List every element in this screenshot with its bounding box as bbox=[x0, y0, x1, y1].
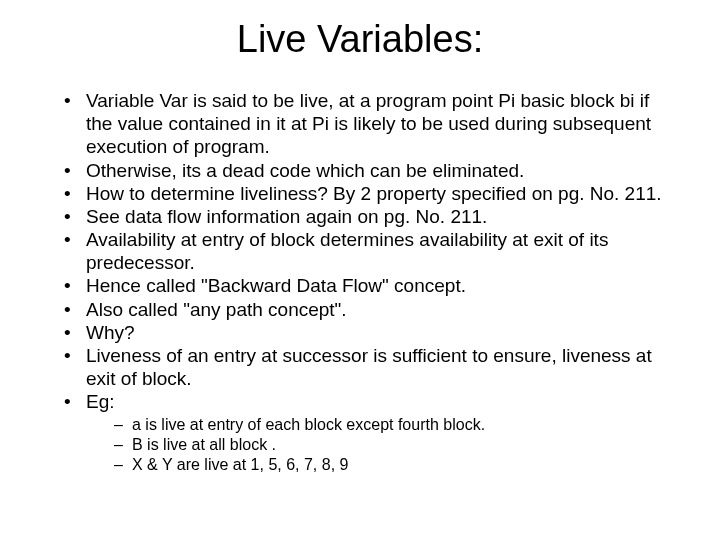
list-item: See data flow information again on pg. N… bbox=[64, 205, 680, 228]
list-item: How to determine liveliness? By 2 proper… bbox=[64, 182, 680, 205]
slide-title: Live Variables: bbox=[40, 18, 680, 61]
sub-bullet-list: a is live at entry of each block except … bbox=[86, 415, 680, 475]
list-item: Why? bbox=[64, 321, 680, 344]
list-item: Eg: a is live at entry of each block exc… bbox=[64, 390, 680, 475]
list-item: Variable Var is said to be live, at a pr… bbox=[64, 89, 680, 159]
sub-list-item: a is live at entry of each block except … bbox=[114, 415, 680, 435]
list-item-label: Eg: bbox=[86, 391, 115, 412]
list-item: Otherwise, its a dead code which can be … bbox=[64, 159, 680, 182]
list-item: Hence called "Backward Data Flow" concep… bbox=[64, 274, 680, 297]
list-item: Liveness of an entry at successor is suf… bbox=[64, 344, 680, 390]
bullet-list: Variable Var is said to be live, at a pr… bbox=[40, 89, 680, 475]
slide: Live Variables: Variable Var is said to … bbox=[0, 0, 720, 540]
sub-list-item: B is live at all block . bbox=[114, 435, 680, 455]
list-item: Also called "any path concept". bbox=[64, 298, 680, 321]
list-item: Availability at entry of block determine… bbox=[64, 228, 680, 274]
sub-list-item: X & Y are live at 1, 5, 6, 7, 8, 9 bbox=[114, 455, 680, 475]
